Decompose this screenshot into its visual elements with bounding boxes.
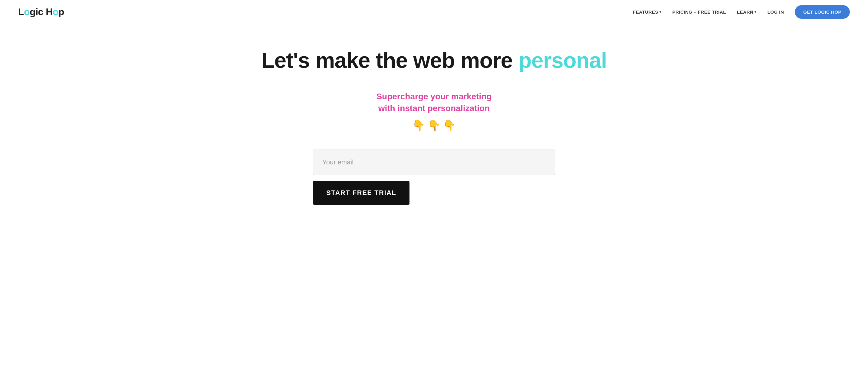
- nav-links: FEATURES ▾ PRICING – FREE TRIAL LEARN ▾ …: [633, 5, 850, 19]
- navbar: Logic Hop FEATURES ▾ PRICING – FREE TRIA…: [0, 0, 868, 24]
- learn-chevron-icon: ▾: [754, 10, 756, 14]
- features-chevron-icon: ▾: [659, 10, 661, 14]
- logo-o: o: [24, 6, 30, 17]
- nav-learn[interactable]: LEARN ▾: [737, 9, 756, 14]
- start-free-trial-button[interactable]: START FREE TRIAL: [313, 181, 409, 205]
- nav-pricing[interactable]: PRICING – FREE TRIAL: [672, 9, 726, 14]
- nav-login[interactable]: LOG IN: [768, 9, 784, 14]
- email-input[interactable]: [313, 150, 555, 175]
- nav-get-logichop-button[interactable]: GET LOGIC HOP: [795, 5, 850, 19]
- nav-features[interactable]: FEATURES ▾: [633, 9, 661, 14]
- hero-headline: Let's make the web more personal: [261, 49, 607, 72]
- logo-hop-o: o: [53, 6, 58, 17]
- logo[interactable]: Logic Hop: [18, 6, 64, 18]
- hero-subheadline: Supercharge your marketing with instant …: [376, 91, 492, 114]
- form-actions: START FREE TRIAL: [313, 181, 555, 205]
- hero-section: Let's make the web more personal Superch…: [0, 24, 868, 235]
- email-form: [313, 150, 555, 181]
- hero-emoji: 👇 👇 👇: [412, 119, 456, 131]
